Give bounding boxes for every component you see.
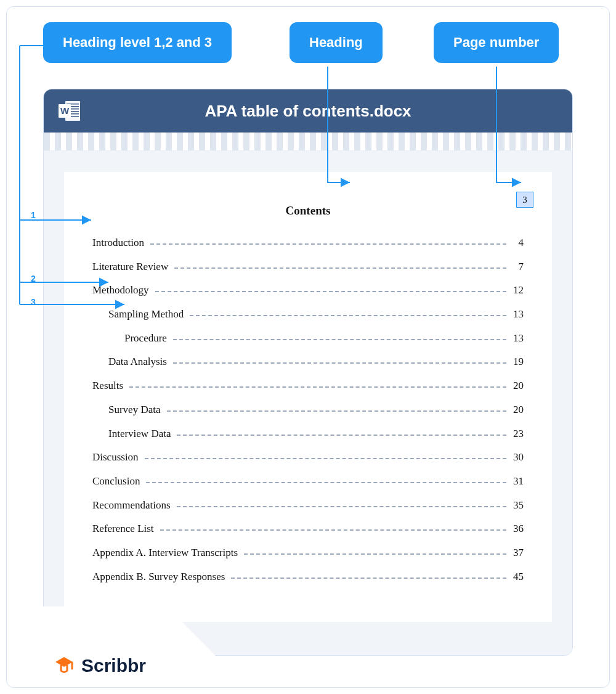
level-marker-1: 1	[31, 210, 36, 220]
toc-row: Methodology12	[92, 285, 524, 296]
toc-row: Reference List36	[92, 523, 524, 535]
toc-row: Results20	[92, 380, 524, 392]
toc-entry-page: 12	[509, 285, 524, 296]
toc-entry-page: 20	[509, 404, 524, 416]
toc-entry-label: Reference List	[92, 523, 158, 535]
toc-row: Conclusion31	[92, 476, 524, 488]
toc-entry-page: 30	[509, 452, 524, 463]
toc-entry-page: 31	[509, 476, 524, 488]
toc-row: Introduction4	[92, 237, 524, 249]
level-marker-2: 2	[31, 274, 36, 284]
toc-row: Appendix A. Interview Transcripts37	[92, 547, 524, 559]
page-number-box: 3	[516, 192, 533, 208]
document-filename: APA table of contents.docx	[205, 102, 411, 121]
svg-text:W: W	[60, 105, 70, 116]
toc-row: Data Analysis19	[92, 356, 524, 368]
brand: Scribbr	[53, 653, 146, 678]
toc-leader-dots	[145, 458, 506, 459]
toc-entry-page: 23	[509, 428, 524, 440]
toc-entry-label: Appendix B. Survey Responses	[92, 571, 229, 583]
toc-leader-dots	[177, 435, 506, 436]
toc-entry-label: Conclusion	[92, 476, 144, 488]
callout-heading-levels: Heading level 1,2 and 3	[43, 22, 232, 63]
toc-entry-page: 13	[509, 309, 524, 320]
toc-leader-dots	[231, 578, 506, 579]
toc-row: Appendix B. Survey Responses45	[92, 571, 524, 583]
titlebar: W APA table of contents.docx	[44, 89, 572, 133]
toc-entry-label: Interview Data	[108, 428, 174, 440]
toc-leader-dots	[160, 529, 506, 531]
toc-list: Introduction4Literature Review7Methodolo…	[92, 237, 524, 582]
toc-entry-page: 45	[509, 571, 524, 583]
toc-entry-page: 4	[509, 237, 524, 249]
toc-row: Procedure13	[92, 333, 524, 345]
toc-entry-label: Results	[92, 380, 127, 392]
toc-entry-page: 35	[509, 500, 524, 512]
toc-entry-page: 19	[509, 356, 524, 368]
brand-name: Scribbr	[81, 655, 146, 676]
toc-entry-label: Recommendations	[92, 500, 174, 512]
toc-row: Recommendations35	[92, 500, 524, 512]
document-area: 3 Contents Introduction4Literature Revie…	[44, 151, 572, 655]
word-icon: W	[57, 99, 82, 123]
toc-entry-page: 20	[509, 380, 524, 392]
level-marker-3: 3	[31, 297, 36, 307]
document-window: W APA table of contents.docx 3 Contents …	[43, 89, 573, 656]
toc-row: Interview Data23	[92, 428, 524, 440]
toc-entry-label: Survey Data	[108, 404, 164, 416]
toc-leader-dots	[150, 243, 506, 245]
toc-entry-label: Discussion	[92, 452, 142, 463]
toc-entry-page: 36	[509, 523, 524, 535]
toc-leader-dots	[146, 482, 506, 483]
toc-leader-dots	[173, 339, 506, 340]
toc-leader-dots	[167, 410, 506, 412]
toc-leader-dots	[129, 386, 506, 388]
callout-heading: Heading	[290, 22, 383, 63]
toc-entry-page: 7	[509, 261, 524, 273]
toc-leader-dots	[244, 553, 506, 555]
toc-entry-label: Methodology	[92, 285, 153, 296]
toc-entry-label: Appendix A. Interview Transcripts	[92, 547, 241, 559]
toc-leader-dots	[155, 291, 506, 292]
ruler	[44, 133, 572, 151]
toc-row: Literature Review7	[92, 261, 524, 273]
toc-entry-label: Procedure	[124, 333, 171, 345]
scribbr-logo-icon	[53, 653, 75, 678]
toc-row: Survey Data20	[92, 404, 524, 416]
toc-entry-label: Literature Review	[92, 261, 172, 273]
toc-leader-dots	[190, 315, 506, 316]
toc-row: Sampling Method13	[92, 309, 524, 320]
toc-row: Discussion30	[92, 452, 524, 463]
contents-title: Contents	[92, 204, 524, 218]
toc-entry-label: Data Analysis	[108, 356, 171, 368]
toc-leader-dots	[174, 267, 506, 269]
toc-entry-page: 13	[509, 333, 524, 345]
toc-entry-label: Introduction	[92, 237, 148, 249]
toc-leader-dots	[173, 362, 506, 364]
page: 3 Contents Introduction4Literature Revie…	[64, 172, 552, 622]
callout-page-number: Page number	[434, 22, 559, 63]
page-fold	[43, 606, 166, 656]
toc-entry-page: 37	[509, 547, 524, 559]
toc-leader-dots	[177, 506, 506, 507]
toc-entry-label: Sampling Method	[108, 309, 187, 320]
